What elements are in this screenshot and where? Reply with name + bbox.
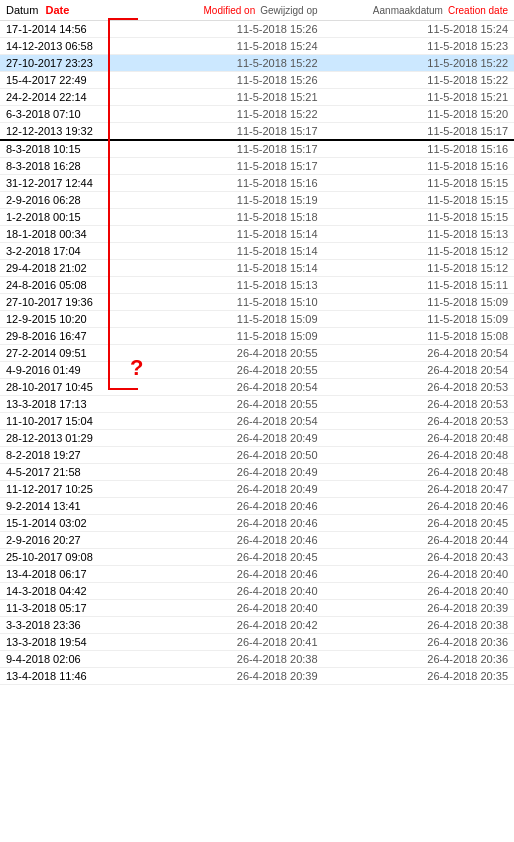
cell-creation: 11-5-2018 15:24 <box>324 21 514 38</box>
cell-modified: 26-4-2018 20:54 <box>142 413 323 430</box>
table-row[interactable]: 14-3-2018 04:4226-4-2018 20:4026-4-2018 … <box>0 583 514 600</box>
table-row[interactable]: 11-10-2017 15:0426-4-2018 20:5426-4-2018… <box>0 413 514 430</box>
table-row[interactable]: 12-12-2013 19:3211-5-2018 15:1711-5-2018… <box>0 123 514 141</box>
cell-creation: 26-4-2018 20:46 <box>324 498 514 515</box>
cell-creation: 26-4-2018 20:45 <box>324 515 514 532</box>
cell-datum: 4-5-2017 21:58 <box>0 464 142 481</box>
cell-creation: 11-5-2018 15:22 <box>324 55 514 72</box>
column-header-datum[interactable]: Datum Date <box>0 0 142 21</box>
table-row[interactable]: 4-5-2017 21:5826-4-2018 20:4926-4-2018 2… <box>0 464 514 481</box>
column-header-creation[interactable]: Aanmaakdatum Creation date <box>324 0 514 21</box>
cell-datum: 31-12-2017 12:44 <box>0 175 142 192</box>
cell-modified: 11-5-2018 15:22 <box>142 55 323 72</box>
cell-creation: 11-5-2018 15:12 <box>324 260 514 277</box>
table-row[interactable]: 8-3-2018 10:1511-5-2018 15:1711-5-2018 1… <box>0 140 514 158</box>
table-row[interactable]: 4-9-2016 01:4926-4-2018 20:5526-4-2018 2… <box>0 362 514 379</box>
cell-datum: 12-12-2013 19:32 <box>0 123 142 141</box>
cell-datum: 14-3-2018 04:42 <box>0 583 142 600</box>
table-row[interactable]: 2-9-2016 20:2726-4-2018 20:4626-4-2018 2… <box>0 532 514 549</box>
table-row[interactable]: 2-9-2016 06:2811-5-2018 15:1911-5-2018 1… <box>0 192 514 209</box>
cell-datum: 3-3-2018 23:36 <box>0 617 142 634</box>
column-header-modified[interactable]: Modified on Gewijzigd op <box>142 0 323 21</box>
cell-datum: 29-8-2016 16:47 <box>0 328 142 345</box>
data-table: Datum Date Modified on Gewijzigd op Aanm… <box>0 0 514 685</box>
cell-datum: 12-9-2015 10:20 <box>0 311 142 328</box>
cell-creation: 26-4-2018 20:40 <box>324 583 514 600</box>
table-row[interactable]: 28-10-2017 10:4526-4-2018 20:5426-4-2018… <box>0 379 514 396</box>
cell-datum: 9-4-2018 02:06 <box>0 651 142 668</box>
table-row[interactable]: 8-2-2018 19:2726-4-2018 20:5026-4-2018 2… <box>0 447 514 464</box>
cell-modified: 11-5-2018 15:17 <box>142 158 323 175</box>
table-row[interactable]: 24-8-2016 05:0811-5-2018 15:1311-5-2018 … <box>0 277 514 294</box>
cell-datum: 9-2-2014 13:41 <box>0 498 142 515</box>
cell-modified: 11-5-2018 15:17 <box>142 140 323 158</box>
cell-modified: 26-4-2018 20:42 <box>142 617 323 634</box>
cell-creation: 26-4-2018 20:43 <box>324 549 514 566</box>
table-row[interactable]: 24-2-2014 22:1411-5-2018 15:2111-5-2018 … <box>0 89 514 106</box>
table-row[interactable]: 12-9-2015 10:2011-5-2018 15:0911-5-2018 … <box>0 311 514 328</box>
cell-modified: 11-5-2018 15:14 <box>142 226 323 243</box>
cell-modified: 26-4-2018 20:55 <box>142 345 323 362</box>
cell-datum: 13-4-2018 11:46 <box>0 668 142 685</box>
table-row[interactable]: 13-3-2018 19:5426-4-2018 20:4126-4-2018 … <box>0 634 514 651</box>
cell-modified: 26-4-2018 20:49 <box>142 430 323 447</box>
cell-modified: 11-5-2018 15:09 <box>142 328 323 345</box>
cell-modified: 26-4-2018 20:49 <box>142 464 323 481</box>
table-row[interactable]: 6-3-2018 07:1011-5-2018 15:2211-5-2018 1… <box>0 106 514 123</box>
cell-creation: 11-5-2018 15:13 <box>324 226 514 243</box>
table-row[interactable]: 9-2-2014 13:4126-4-2018 20:4626-4-2018 2… <box>0 498 514 515</box>
table-row[interactable]: 25-10-2017 09:0826-4-2018 20:4526-4-2018… <box>0 549 514 566</box>
cell-datum: 28-10-2017 10:45 <box>0 379 142 396</box>
table-row[interactable]: 13-4-2018 11:4626-4-2018 20:3926-4-2018 … <box>0 668 514 685</box>
cell-modified: 11-5-2018 15:09 <box>142 311 323 328</box>
cell-modified: 26-4-2018 20:55 <box>142 362 323 379</box>
table-row[interactable]: 15-4-2017 22:4911-5-2018 15:2611-5-2018 … <box>0 72 514 89</box>
cell-creation: 11-5-2018 15:09 <box>324 294 514 311</box>
cell-creation: 26-4-2018 20:53 <box>324 396 514 413</box>
cell-modified: 26-4-2018 20:40 <box>142 600 323 617</box>
table-row[interactable]: 17-1-2014 14:5611-5-2018 15:2611-5-2018 … <box>0 21 514 38</box>
table-row[interactable]: 15-1-2014 03:0226-4-2018 20:4626-4-2018 … <box>0 515 514 532</box>
cell-datum: 27-2-2014 09:51 <box>0 345 142 362</box>
table-row[interactable]: 14-12-2013 06:5811-5-2018 15:2411-5-2018… <box>0 38 514 55</box>
cell-creation: 11-5-2018 15:16 <box>324 140 514 158</box>
table-row[interactable]: 28-12-2013 01:2926-4-2018 20:4926-4-2018… <box>0 430 514 447</box>
cell-creation: 11-5-2018 15:12 <box>324 243 514 260</box>
cell-datum: 15-4-2017 22:49 <box>0 72 142 89</box>
table-row[interactable]: 29-8-2016 16:4711-5-2018 15:0911-5-2018 … <box>0 328 514 345</box>
cell-modified: 26-4-2018 20:46 <box>142 515 323 532</box>
table-row[interactable]: 3-2-2018 17:0411-5-2018 15:1411-5-2018 1… <box>0 243 514 260</box>
cell-datum: 3-2-2018 17:04 <box>0 243 142 260</box>
cell-creation: 11-5-2018 15:17 <box>324 123 514 141</box>
table-row[interactable]: 13-4-2018 06:1726-4-2018 20:4626-4-2018 … <box>0 566 514 583</box>
cell-datum: 8-3-2018 10:15 <box>0 140 142 158</box>
cell-modified: 26-4-2018 20:46 <box>142 498 323 515</box>
cell-modified: 26-4-2018 20:39 <box>142 668 323 685</box>
table-row[interactable]: 18-1-2018 00:3411-5-2018 15:1411-5-2018 … <box>0 226 514 243</box>
table-row[interactable]: 11-12-2017 10:2526-4-2018 20:4926-4-2018… <box>0 481 514 498</box>
cell-datum: 13-3-2018 19:54 <box>0 634 142 651</box>
table-row[interactable]: 11-3-2018 05:1726-4-2018 20:4026-4-2018 … <box>0 600 514 617</box>
table-row[interactable]: 13-3-2018 17:1326-4-2018 20:5526-4-2018 … <box>0 396 514 413</box>
cell-modified: 11-5-2018 15:26 <box>142 21 323 38</box>
table-row[interactable]: 27-10-2017 23:2311-5-2018 15:2211-5-2018… <box>0 55 514 72</box>
table-row[interactable]: 8-3-2018 16:2811-5-2018 15:1711-5-2018 1… <box>0 158 514 175</box>
table-row[interactable]: 1-2-2018 00:1511-5-2018 15:1811-5-2018 1… <box>0 209 514 226</box>
cell-datum: 27-10-2017 23:23 <box>0 55 142 72</box>
table-row[interactable]: 29-4-2018 21:0211-5-2018 15:1411-5-2018 … <box>0 260 514 277</box>
table-row[interactable]: 27-10-2017 19:3611-5-2018 15:1011-5-2018… <box>0 294 514 311</box>
cell-datum: 24-8-2016 05:08 <box>0 277 142 294</box>
cell-datum: 11-3-2018 05:17 <box>0 600 142 617</box>
cell-modified: 26-4-2018 20:41 <box>142 634 323 651</box>
cell-datum: 28-12-2013 01:29 <box>0 430 142 447</box>
cell-datum: 25-10-2017 09:08 <box>0 549 142 566</box>
table-row[interactable]: 3-3-2018 23:3626-4-2018 20:4226-4-2018 2… <box>0 617 514 634</box>
table-row[interactable]: 9-4-2018 02:0626-4-2018 20:3826-4-2018 2… <box>0 651 514 668</box>
cell-creation: 11-5-2018 15:16 <box>324 158 514 175</box>
table-row[interactable]: 31-12-2017 12:4411-5-2018 15:1611-5-2018… <box>0 175 514 192</box>
cell-creation: 11-5-2018 15:09 <box>324 311 514 328</box>
cell-datum: 29-4-2018 21:02 <box>0 260 142 277</box>
table-row[interactable]: 27-2-2014 09:5126-4-2018 20:5526-4-2018 … <box>0 345 514 362</box>
cell-modified: 11-5-2018 15:16 <box>142 175 323 192</box>
cell-datum: 11-12-2017 10:25 <box>0 481 142 498</box>
